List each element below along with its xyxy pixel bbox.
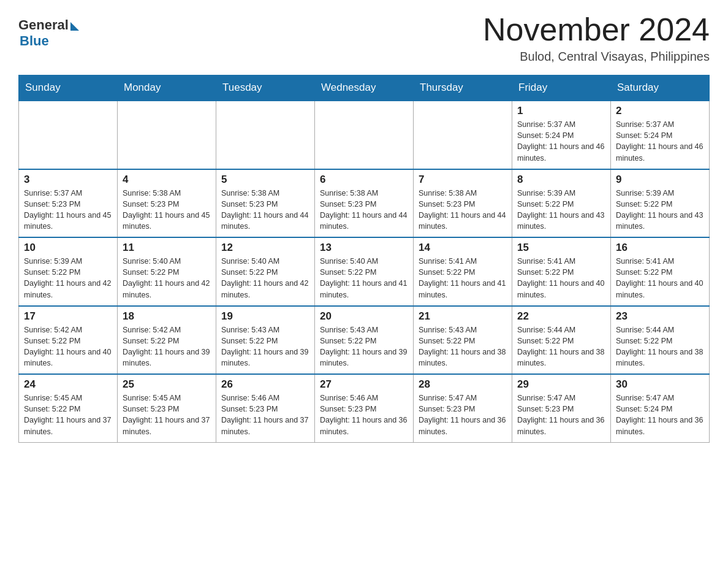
calendar-cell: 28Sunrise: 5:47 AMSunset: 5:23 PMDayligh… (414, 374, 512, 442)
calendar-cell: 3Sunrise: 5:37 AMSunset: 5:23 PMDaylight… (19, 169, 118, 238)
calendar-cell (216, 101, 315, 169)
day-info: Sunrise: 5:40 AMSunset: 5:22 PMDaylight:… (221, 256, 309, 301)
calendar-cell: 11Sunrise: 5:40 AMSunset: 5:22 PMDayligh… (118, 237, 216, 306)
calendar-cell: 20Sunrise: 5:43 AMSunset: 5:22 PMDayligh… (315, 306, 414, 375)
logo-general-text: General (18, 17, 69, 33)
day-number: 12 (221, 242, 309, 254)
calendar-week-row: 17Sunrise: 5:42 AMSunset: 5:22 PMDayligh… (19, 306, 710, 375)
day-info: Sunrise: 5:37 AMSunset: 5:24 PMDaylight:… (517, 119, 605, 164)
page-header: General Blue November 2024 Bulod, Centra… (18, 12, 710, 64)
day-number: 2 (616, 105, 704, 117)
day-info: Sunrise: 5:43 AMSunset: 5:22 PMDaylight:… (221, 324, 309, 369)
day-info: Sunrise: 5:39 AMSunset: 5:22 PMDaylight:… (24, 256, 112, 301)
calendar-cell (19, 101, 118, 169)
day-info: Sunrise: 5:43 AMSunset: 5:22 PMDaylight:… (320, 324, 408, 369)
day-info: Sunrise: 5:37 AMSunset: 5:24 PMDaylight:… (616, 119, 704, 164)
day-number: 7 (419, 174, 507, 186)
month-title: November 2024 (483, 12, 710, 47)
calendar-cell (118, 101, 216, 169)
day-info: Sunrise: 5:45 AMSunset: 5:22 PMDaylight:… (24, 393, 112, 437)
day-number: 1 (517, 105, 605, 117)
calendar-cell (414, 101, 512, 169)
calendar-cell: 2Sunrise: 5:37 AMSunset: 5:24 PMDaylight… (611, 101, 710, 169)
day-info: Sunrise: 5:41 AMSunset: 5:22 PMDaylight:… (419, 256, 507, 301)
day-number: 28 (419, 378, 507, 391)
day-number: 16 (616, 242, 704, 254)
day-info: Sunrise: 5:39 AMSunset: 5:22 PMDaylight:… (616, 188, 704, 232)
day-number: 27 (320, 378, 408, 391)
logo: General Blue (18, 17, 79, 49)
calendar-cell: 10Sunrise: 5:39 AMSunset: 5:22 PMDayligh… (19, 237, 118, 306)
day-info: Sunrise: 5:38 AMSunset: 5:23 PMDaylight:… (221, 188, 309, 232)
calendar-cell: 24Sunrise: 5:45 AMSunset: 5:22 PMDayligh… (19, 374, 118, 442)
calendar-cell (315, 101, 414, 169)
calendar-cell: 4Sunrise: 5:38 AMSunset: 5:23 PMDaylight… (118, 169, 216, 238)
calendar-cell: 5Sunrise: 5:38 AMSunset: 5:23 PMDaylight… (216, 169, 315, 238)
day-number: 8 (517, 174, 605, 186)
day-number: 22 (517, 310, 605, 323)
day-info: Sunrise: 5:44 AMSunset: 5:22 PMDaylight:… (616, 324, 704, 369)
day-info: Sunrise: 5:41 AMSunset: 5:22 PMDaylight:… (616, 256, 704, 301)
weekday-header-thursday: Thursday (414, 75, 512, 101)
day-info: Sunrise: 5:38 AMSunset: 5:23 PMDaylight:… (123, 188, 211, 232)
day-number: 3 (24, 174, 112, 186)
calendar-cell: 6Sunrise: 5:38 AMSunset: 5:23 PMDaylight… (315, 169, 414, 238)
day-info: Sunrise: 5:38 AMSunset: 5:23 PMDaylight:… (320, 188, 408, 232)
calendar-header-row: SundayMondayTuesdayWednesdayThursdayFrid… (19, 75, 710, 101)
logo-triangle-icon (70, 22, 79, 31)
calendar-cell: 30Sunrise: 5:47 AMSunset: 5:24 PMDayligh… (611, 374, 710, 442)
calendar-cell: 1Sunrise: 5:37 AMSunset: 5:24 PMDaylight… (512, 101, 611, 169)
calendar-cell: 14Sunrise: 5:41 AMSunset: 5:22 PMDayligh… (414, 237, 512, 306)
calendar-cell: 21Sunrise: 5:43 AMSunset: 5:22 PMDayligh… (414, 306, 512, 375)
calendar-week-row: 1Sunrise: 5:37 AMSunset: 5:24 PMDaylight… (19, 101, 710, 169)
weekday-header-sunday: Sunday (19, 75, 118, 101)
day-info: Sunrise: 5:40 AMSunset: 5:22 PMDaylight:… (320, 256, 408, 301)
day-info: Sunrise: 5:40 AMSunset: 5:22 PMDaylight:… (123, 256, 211, 301)
calendar-cell: 22Sunrise: 5:44 AMSunset: 5:22 PMDayligh… (512, 306, 611, 375)
day-number: 19 (221, 310, 309, 323)
day-info: Sunrise: 5:41 AMSunset: 5:22 PMDaylight:… (517, 256, 605, 301)
weekday-header-saturday: Saturday (611, 75, 710, 101)
weekday-header-friday: Friday (512, 75, 611, 101)
calendar-cell: 29Sunrise: 5:47 AMSunset: 5:23 PMDayligh… (512, 374, 611, 442)
calendar-cell: 19Sunrise: 5:43 AMSunset: 5:22 PMDayligh… (216, 306, 315, 375)
day-number: 6 (320, 174, 408, 186)
day-info: Sunrise: 5:47 AMSunset: 5:24 PMDaylight:… (616, 393, 704, 437)
calendar-cell: 17Sunrise: 5:42 AMSunset: 5:22 PMDayligh… (19, 306, 118, 375)
calendar-cell: 9Sunrise: 5:39 AMSunset: 5:22 PMDaylight… (611, 169, 710, 238)
day-info: Sunrise: 5:46 AMSunset: 5:23 PMDaylight:… (320, 393, 408, 437)
day-info: Sunrise: 5:37 AMSunset: 5:23 PMDaylight:… (24, 188, 112, 232)
calendar-cell: 15Sunrise: 5:41 AMSunset: 5:22 PMDayligh… (512, 237, 611, 306)
calendar-cell: 23Sunrise: 5:44 AMSunset: 5:22 PMDayligh… (611, 306, 710, 375)
day-info: Sunrise: 5:42 AMSunset: 5:22 PMDaylight:… (24, 324, 112, 369)
day-info: Sunrise: 5:39 AMSunset: 5:22 PMDaylight:… (517, 188, 605, 232)
calendar-cell: 8Sunrise: 5:39 AMSunset: 5:22 PMDaylight… (512, 169, 611, 238)
day-number: 30 (616, 378, 704, 391)
day-number: 11 (123, 242, 211, 254)
calendar-cell: 26Sunrise: 5:46 AMSunset: 5:23 PMDayligh… (216, 374, 315, 442)
calendar-week-row: 24Sunrise: 5:45 AMSunset: 5:22 PMDayligh… (19, 374, 710, 442)
day-number: 10 (24, 242, 112, 254)
day-number: 25 (123, 378, 211, 391)
calendar-cell: 12Sunrise: 5:40 AMSunset: 5:22 PMDayligh… (216, 237, 315, 306)
day-info: Sunrise: 5:47 AMSunset: 5:23 PMDaylight:… (419, 393, 507, 437)
day-number: 26 (221, 378, 309, 391)
day-number: 14 (419, 242, 507, 254)
day-number: 20 (320, 310, 408, 323)
calendar-table: SundayMondayTuesdayWednesdayThursdayFrid… (18, 75, 710, 443)
day-info: Sunrise: 5:44 AMSunset: 5:22 PMDaylight:… (517, 324, 605, 369)
calendar-cell: 18Sunrise: 5:42 AMSunset: 5:22 PMDayligh… (118, 306, 216, 375)
calendar-cell: 13Sunrise: 5:40 AMSunset: 5:22 PMDayligh… (315, 237, 414, 306)
day-info: Sunrise: 5:47 AMSunset: 5:23 PMDaylight:… (517, 393, 605, 437)
weekday-header-wednesday: Wednesday (315, 75, 414, 101)
day-info: Sunrise: 5:46 AMSunset: 5:23 PMDaylight:… (221, 393, 309, 437)
day-number: 4 (123, 174, 211, 186)
day-number: 21 (419, 310, 507, 323)
day-number: 29 (517, 378, 605, 391)
logo-blue-text: Blue (20, 33, 49, 49)
calendar-cell: 27Sunrise: 5:46 AMSunset: 5:23 PMDayligh… (315, 374, 414, 442)
day-info: Sunrise: 5:38 AMSunset: 5:23 PMDaylight:… (419, 188, 507, 232)
calendar-week-row: 3Sunrise: 5:37 AMSunset: 5:23 PMDaylight… (19, 169, 710, 238)
day-info: Sunrise: 5:43 AMSunset: 5:22 PMDaylight:… (419, 324, 507, 369)
day-number: 9 (616, 174, 704, 186)
